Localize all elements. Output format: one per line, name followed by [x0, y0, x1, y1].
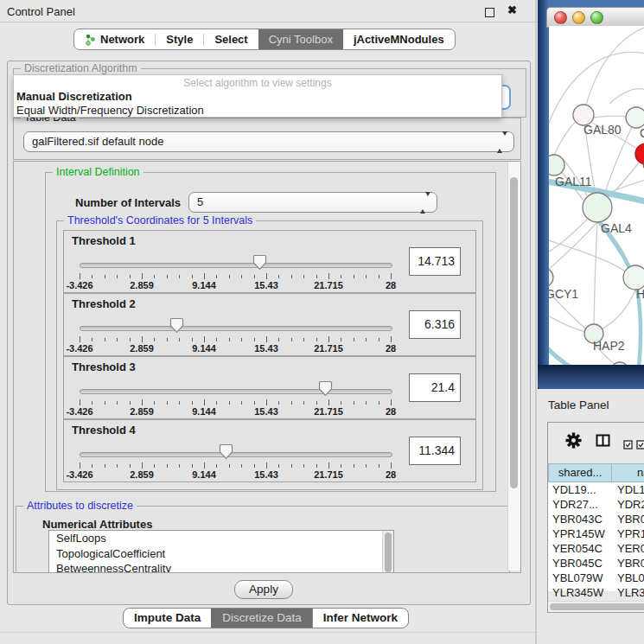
close-icon[interactable]: ✖ [507, 3, 517, 16]
table-data-combo[interactable]: galFiltered.sif default node [23, 131, 514, 152]
tick-label: 28 [386, 343, 396, 354]
tick-mark [92, 464, 92, 468]
bottom-tab-infer-network[interactable]: Infer Network [312, 609, 408, 628]
gcy1-node[interactable] [549, 268, 553, 287]
tab-network[interactable]: Network [74, 29, 155, 49]
tick-label: -3.426 [66, 280, 92, 290]
tick-label: 15.43 [254, 469, 278, 480]
gear-icon[interactable] [565, 432, 582, 452]
cell-shared-name: YPR145W [548, 526, 612, 541]
attributes-scrollbar-thumb[interactable] [385, 532, 392, 572]
attribute-item-topologicalcoefficient[interactable]: TopologicalCoefficient [49, 546, 393, 562]
tick-mark [366, 464, 367, 468]
attributes-group: Attributes to discretize Numerical Attri… [16, 506, 510, 573]
cell-name: YBR0 [612, 556, 644, 571]
column-header-shared[interactable]: shared... [548, 463, 612, 482]
h-node[interactable] [623, 265, 644, 290]
table-horizontal-scrollbar-thumb[interactable] [550, 603, 644, 610]
node-label-gcy1: GCY1 [549, 287, 578, 301]
tick-label: 2.859 [130, 469, 154, 480]
split-columns-icon[interactable] [596, 434, 610, 450]
tick-mark [192, 401, 193, 405]
close-traffic-light-icon[interactable] [554, 11, 567, 24]
algorithm-hint: Select algorithm to view settings [14, 75, 501, 89]
tab-cyni-toolbox[interactable]: Cyni Toolbox [258, 29, 343, 49]
tick-mark [391, 399, 392, 405]
table-row[interactable]: YBR043CYBR0 [548, 512, 644, 526]
minimize-traffic-light-icon[interactable] [572, 11, 585, 24]
numerical-attributes-list[interactable]: SelfLoopsTopologicalCoefficientBetweenne… [48, 530, 394, 573]
settings-scrollbar[interactable] [507, 162, 520, 571]
thresholds-group-label: Threshold's Coordinates for 5 Intervals [64, 214, 256, 226]
apply-button[interactable]: Apply [234, 580, 293, 599]
threshold-value-field[interactable]: 11.344 [409, 437, 461, 465]
tick-mark [341, 338, 341, 341]
settings-scrollbar-thumb[interactable] [510, 177, 518, 488]
threshold-slider-thumb[interactable] [219, 443, 233, 463]
network-icon [85, 34, 96, 46]
number-of-intervals-combo[interactable]: 5 [188, 192, 437, 213]
cell-name: YDL1 [612, 482, 644, 497]
table-horizontal-scrollbar[interactable] [548, 601, 644, 612]
table-row[interactable]: YDL19...YDL1 [548, 482, 644, 497]
bottom-tab-discretize-data[interactable]: Discretize Data [211, 609, 312, 628]
slider-ticks [80, 336, 391, 344]
threshold-slider-thumb[interactable] [169, 317, 184, 337]
table-row[interactable]: YBR045CYBR0 [548, 556, 644, 571]
bottom-tab-impute-data[interactable]: Impute Data [124, 609, 211, 628]
tick-mark [229, 338, 230, 341]
threshold-slider-track[interactable] [80, 452, 392, 457]
column-header-name[interactable]: na [612, 463, 644, 482]
tick-mark [328, 462, 329, 469]
network-window-titlebar[interactable] [546, 7, 644, 28]
algorithm-option-manual-discretization[interactable]: Manual Discretization [14, 89, 501, 103]
tick-mark [117, 401, 118, 405]
table-row[interactable]: YDR27...YDR2 [548, 497, 644, 512]
checkbox-checked-icon[interactable] [623, 437, 633, 453]
tab-label: Network [100, 29, 144, 49]
float-window-icon[interactable] [485, 8, 494, 17]
table-panel: shared... na YDL19...YDL1YDR27...YDR2YBR… [547, 422, 644, 613]
threshold-value-field[interactable]: 21.4 [409, 373, 461, 402]
threshold-slider-thumb[interactable] [318, 380, 333, 400]
threshold-slider-track[interactable] [80, 389, 392, 394]
tick-label: 21.715 [314, 280, 343, 290]
combo-spinner-icon [497, 136, 507, 149]
network-canvas[interactable]: GAL80GCGAL11GAL4GCY1HHAP2 [549, 26, 644, 365]
tab-jactivemnodules[interactable]: jActiveMNodules [343, 29, 455, 49]
table-row[interactable]: YPR145WYPR1 [548, 526, 644, 541]
tick-mark [254, 401, 255, 405]
threshold-value-field[interactable]: 6.316 [409, 310, 461, 339]
attribute-item-selfloops[interactable]: SelfLoops [49, 531, 393, 546]
threshold-slider-track[interactable] [80, 263, 392, 268]
cell-name: YPR1 [612, 526, 644, 541]
attributes-scrollbar[interactable] [382, 531, 393, 573]
tick-mark [391, 273, 392, 279]
panel-splitter[interactable] [535, 0, 537, 644]
threshold-slider-track[interactable] [80, 326, 392, 331]
threshold-slider-thumb[interactable] [252, 254, 267, 274]
zoom-traffic-light-icon[interactable] [590, 11, 603, 24]
tick-label: 9.144 [192, 406, 216, 417]
table-row[interactable]: YLR345WYLR3 [548, 585, 644, 600]
number-of-intervals-label: Number of Intervals [75, 196, 181, 209]
numerical-attributes-heading: Numerical Attributes [42, 518, 152, 531]
gal11-node[interactable] [549, 155, 564, 175]
top-right-node[interactable] [626, 107, 644, 128]
tick-mark [366, 338, 367, 341]
table-row[interactable]: YER054CYER0 [548, 541, 644, 556]
table-row[interactable]: YBL079WYBL0 [548, 571, 644, 585]
thresholds-group: Threshold's Coordinates for 5 Intervals … [56, 220, 483, 490]
tick-mark [142, 273, 143, 279]
algorithm-dropdown-popup: Select algorithm to view settings Manual… [13, 74, 502, 118]
threshold-value-field[interactable]: 14.713 [409, 247, 461, 276]
bottom-tab-bar: Impute DataDiscretize DataInfer Network [123, 608, 409, 628]
checkbox-checked-icon[interactable] [636, 437, 644, 453]
gal4-node[interactable] [583, 193, 612, 222]
attribute-item-betweennesscentrality[interactable]: BetweennessCentrality [49, 561, 393, 573]
tab-style[interactable]: Style [156, 29, 203, 49]
tab-select[interactable]: Select [204, 29, 258, 49]
algorithm-option-equal-width-frequency-discretization[interactable]: Equal Width/Frequency Discretization [14, 103, 501, 117]
node-label-gal4: GAL4 [601, 221, 632, 235]
tick-mark [92, 401, 92, 405]
